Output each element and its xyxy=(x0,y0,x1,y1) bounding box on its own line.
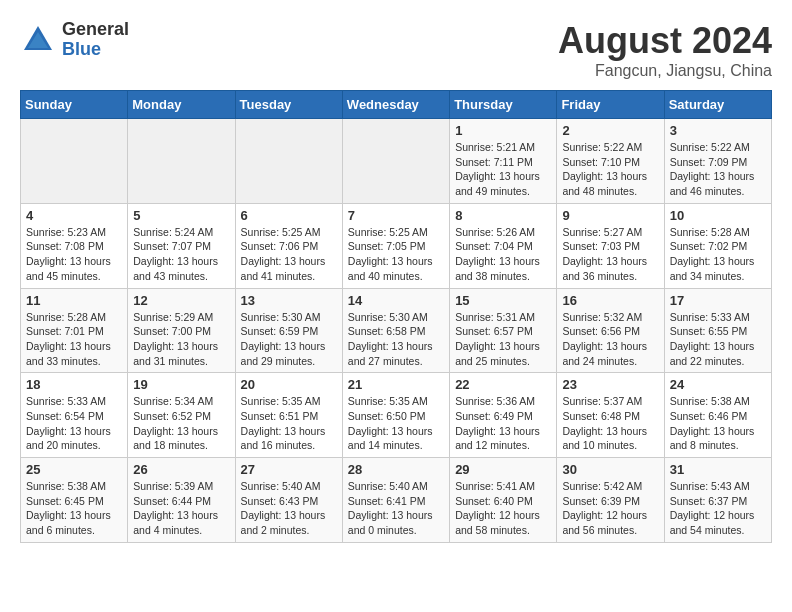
day-info: Sunrise: 5:37 AMSunset: 6:48 PMDaylight:… xyxy=(562,394,658,453)
weekday-header-wednesday: Wednesday xyxy=(342,91,449,119)
day-number: 23 xyxy=(562,377,658,392)
calendar-header: SundayMondayTuesdayWednesdayThursdayFrid… xyxy=(21,91,772,119)
day-number: 20 xyxy=(241,377,337,392)
calendar-cell: 20Sunrise: 5:35 AMSunset: 6:51 PMDayligh… xyxy=(235,373,342,458)
day-number: 24 xyxy=(670,377,766,392)
day-info: Sunrise: 5:36 AMSunset: 6:49 PMDaylight:… xyxy=(455,394,551,453)
calendar-week-2: 11Sunrise: 5:28 AMSunset: 7:01 PMDayligh… xyxy=(21,288,772,373)
day-number: 18 xyxy=(26,377,122,392)
calendar-cell: 14Sunrise: 5:30 AMSunset: 6:58 PMDayligh… xyxy=(342,288,449,373)
day-number: 2 xyxy=(562,123,658,138)
day-info: Sunrise: 5:38 AMSunset: 6:45 PMDaylight:… xyxy=(26,479,122,538)
day-info: Sunrise: 5:40 AMSunset: 6:43 PMDaylight:… xyxy=(241,479,337,538)
calendar-cell: 4Sunrise: 5:23 AMSunset: 7:08 PMDaylight… xyxy=(21,203,128,288)
calendar-cell: 17Sunrise: 5:33 AMSunset: 6:55 PMDayligh… xyxy=(664,288,771,373)
calendar-week-1: 4Sunrise: 5:23 AMSunset: 7:08 PMDaylight… xyxy=(21,203,772,288)
day-number: 22 xyxy=(455,377,551,392)
calendar-table: SundayMondayTuesdayWednesdayThursdayFrid… xyxy=(20,90,772,543)
day-info: Sunrise: 5:43 AMSunset: 6:37 PMDaylight:… xyxy=(670,479,766,538)
day-info: Sunrise: 5:25 AMSunset: 7:05 PMDaylight:… xyxy=(348,225,444,284)
calendar-cell: 23Sunrise: 5:37 AMSunset: 6:48 PMDayligh… xyxy=(557,373,664,458)
day-info: Sunrise: 5:29 AMSunset: 7:00 PMDaylight:… xyxy=(133,310,229,369)
day-info: Sunrise: 5:33 AMSunset: 6:54 PMDaylight:… xyxy=(26,394,122,453)
day-number: 26 xyxy=(133,462,229,477)
calendar-cell: 5Sunrise: 5:24 AMSunset: 7:07 PMDaylight… xyxy=(128,203,235,288)
day-number: 11 xyxy=(26,293,122,308)
calendar-body: 1Sunrise: 5:21 AMSunset: 7:11 PMDaylight… xyxy=(21,119,772,543)
calendar-cell: 1Sunrise: 5:21 AMSunset: 7:11 PMDaylight… xyxy=(450,119,557,204)
page-header: General Blue August 2024 Fangcun, Jiangs… xyxy=(20,20,772,80)
day-number: 6 xyxy=(241,208,337,223)
calendar-cell: 30Sunrise: 5:42 AMSunset: 6:39 PMDayligh… xyxy=(557,458,664,543)
calendar-cell: 8Sunrise: 5:26 AMSunset: 7:04 PMDaylight… xyxy=(450,203,557,288)
calendar-cell: 2Sunrise: 5:22 AMSunset: 7:10 PMDaylight… xyxy=(557,119,664,204)
day-number: 27 xyxy=(241,462,337,477)
day-info: Sunrise: 5:30 AMSunset: 6:59 PMDaylight:… xyxy=(241,310,337,369)
logo-icon xyxy=(20,22,56,58)
day-number: 10 xyxy=(670,208,766,223)
day-number: 15 xyxy=(455,293,551,308)
day-info: Sunrise: 5:35 AMSunset: 6:50 PMDaylight:… xyxy=(348,394,444,453)
month-year-title: August 2024 xyxy=(558,20,772,62)
day-info: Sunrise: 5:22 AMSunset: 7:09 PMDaylight:… xyxy=(670,140,766,199)
calendar-cell: 12Sunrise: 5:29 AMSunset: 7:00 PMDayligh… xyxy=(128,288,235,373)
day-number: 3 xyxy=(670,123,766,138)
calendar-cell: 6Sunrise: 5:25 AMSunset: 7:06 PMDaylight… xyxy=(235,203,342,288)
day-info: Sunrise: 5:33 AMSunset: 6:55 PMDaylight:… xyxy=(670,310,766,369)
day-info: Sunrise: 5:39 AMSunset: 6:44 PMDaylight:… xyxy=(133,479,229,538)
weekday-header-tuesday: Tuesday xyxy=(235,91,342,119)
logo-blue: Blue xyxy=(62,39,101,59)
calendar-cell xyxy=(342,119,449,204)
day-number: 28 xyxy=(348,462,444,477)
day-number: 5 xyxy=(133,208,229,223)
day-number: 7 xyxy=(348,208,444,223)
calendar-cell xyxy=(235,119,342,204)
day-info: Sunrise: 5:42 AMSunset: 6:39 PMDaylight:… xyxy=(562,479,658,538)
calendar-cell: 9Sunrise: 5:27 AMSunset: 7:03 PMDaylight… xyxy=(557,203,664,288)
day-info: Sunrise: 5:21 AMSunset: 7:11 PMDaylight:… xyxy=(455,140,551,199)
day-number: 16 xyxy=(562,293,658,308)
day-info: Sunrise: 5:25 AMSunset: 7:06 PMDaylight:… xyxy=(241,225,337,284)
calendar-week-4: 25Sunrise: 5:38 AMSunset: 6:45 PMDayligh… xyxy=(21,458,772,543)
logo-general: General xyxy=(62,19,129,39)
title-block: August 2024 Fangcun, Jiangsu, China xyxy=(558,20,772,80)
day-number: 8 xyxy=(455,208,551,223)
day-number: 12 xyxy=(133,293,229,308)
calendar-week-3: 18Sunrise: 5:33 AMSunset: 6:54 PMDayligh… xyxy=(21,373,772,458)
day-info: Sunrise: 5:31 AMSunset: 6:57 PMDaylight:… xyxy=(455,310,551,369)
day-number: 30 xyxy=(562,462,658,477)
logo-text: General Blue xyxy=(62,20,129,60)
calendar-cell: 11Sunrise: 5:28 AMSunset: 7:01 PMDayligh… xyxy=(21,288,128,373)
day-info: Sunrise: 5:28 AMSunset: 7:02 PMDaylight:… xyxy=(670,225,766,284)
weekday-header-row: SundayMondayTuesdayWednesdayThursdayFrid… xyxy=(21,91,772,119)
day-info: Sunrise: 5:22 AMSunset: 7:10 PMDaylight:… xyxy=(562,140,658,199)
calendar-cell: 19Sunrise: 5:34 AMSunset: 6:52 PMDayligh… xyxy=(128,373,235,458)
calendar-cell: 21Sunrise: 5:35 AMSunset: 6:50 PMDayligh… xyxy=(342,373,449,458)
day-info: Sunrise: 5:27 AMSunset: 7:03 PMDaylight:… xyxy=(562,225,658,284)
calendar-cell: 25Sunrise: 5:38 AMSunset: 6:45 PMDayligh… xyxy=(21,458,128,543)
day-number: 1 xyxy=(455,123,551,138)
calendar-cell: 28Sunrise: 5:40 AMSunset: 6:41 PMDayligh… xyxy=(342,458,449,543)
day-number: 21 xyxy=(348,377,444,392)
calendar-cell: 29Sunrise: 5:41 AMSunset: 6:40 PMDayligh… xyxy=(450,458,557,543)
day-number: 31 xyxy=(670,462,766,477)
location-subtitle: Fangcun, Jiangsu, China xyxy=(558,62,772,80)
day-number: 29 xyxy=(455,462,551,477)
day-info: Sunrise: 5:40 AMSunset: 6:41 PMDaylight:… xyxy=(348,479,444,538)
calendar-cell: 10Sunrise: 5:28 AMSunset: 7:02 PMDayligh… xyxy=(664,203,771,288)
day-info: Sunrise: 5:32 AMSunset: 6:56 PMDaylight:… xyxy=(562,310,658,369)
calendar-cell: 7Sunrise: 5:25 AMSunset: 7:05 PMDaylight… xyxy=(342,203,449,288)
day-info: Sunrise: 5:28 AMSunset: 7:01 PMDaylight:… xyxy=(26,310,122,369)
day-info: Sunrise: 5:34 AMSunset: 6:52 PMDaylight:… xyxy=(133,394,229,453)
day-number: 9 xyxy=(562,208,658,223)
calendar-cell: 26Sunrise: 5:39 AMSunset: 6:44 PMDayligh… xyxy=(128,458,235,543)
calendar-cell: 22Sunrise: 5:36 AMSunset: 6:49 PMDayligh… xyxy=(450,373,557,458)
calendar-cell: 13Sunrise: 5:30 AMSunset: 6:59 PMDayligh… xyxy=(235,288,342,373)
weekday-header-friday: Friday xyxy=(557,91,664,119)
day-info: Sunrise: 5:24 AMSunset: 7:07 PMDaylight:… xyxy=(133,225,229,284)
day-number: 19 xyxy=(133,377,229,392)
day-number: 25 xyxy=(26,462,122,477)
calendar-cell: 18Sunrise: 5:33 AMSunset: 6:54 PMDayligh… xyxy=(21,373,128,458)
day-info: Sunrise: 5:23 AMSunset: 7:08 PMDaylight:… xyxy=(26,225,122,284)
day-number: 14 xyxy=(348,293,444,308)
